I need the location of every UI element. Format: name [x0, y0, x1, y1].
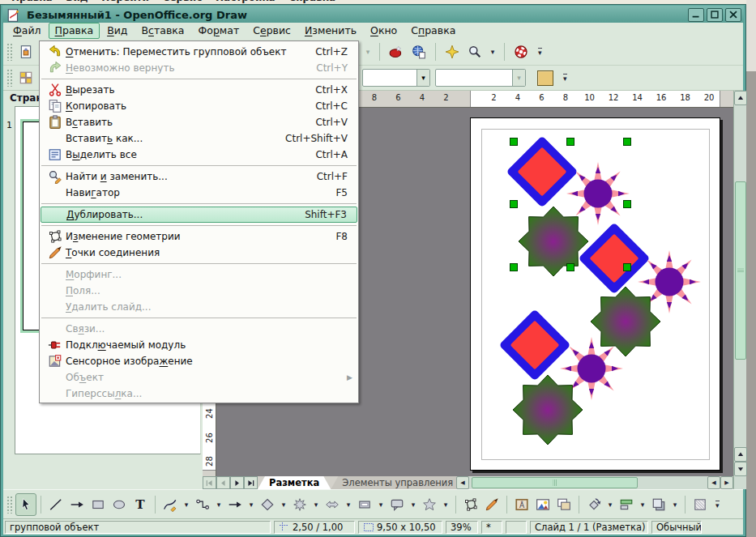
flowchart-button[interactable] — [354, 493, 375, 516]
cursor-position[interactable]: 2,50 / 1,00 — [274, 521, 355, 534]
menu-item-morph[interactable]: Морфинг... — [41, 266, 357, 283]
menubar-item-format[interactable]: Формат — [191, 23, 246, 39]
menubar-item-file[interactable]: Файл — [6, 23, 48, 39]
help-button[interactable] — [510, 41, 532, 62]
line-width-combo[interactable]: ▾ — [435, 69, 526, 87]
dropdown-arrow-icon[interactable]: ▾ — [215, 501, 223, 509]
alignment-button[interactable] — [616, 493, 637, 516]
slide-info[interactable]: Слайд 1 / 1 (Разметка) — [530, 521, 648, 534]
selection-handle[interactable] — [567, 264, 574, 271]
select-button[interactable] — [15, 493, 36, 516]
shape-pink-star-1[interactable] — [566, 162, 630, 225]
dropdown-arrow-icon[interactable]: ▾ — [639, 501, 647, 509]
dropdown-arrow-icon[interactable]: ▾ — [416, 70, 429, 86]
menubar-item-view[interactable]: Вид — [100, 23, 134, 39]
selection-handle[interactable] — [624, 201, 631, 208]
dropdown-arrow-icon[interactable]: ▾ — [312, 501, 320, 509]
toolbar-grip[interactable] — [6, 496, 13, 514]
object-size[interactable]: 9,50 x 10,50 — [358, 521, 442, 534]
menubar-item-modify[interactable]: Изменить — [298, 23, 363, 39]
menubar-item-window[interactable]: Окно — [364, 23, 404, 39]
zoom-level[interactable]: 39% — [446, 521, 478, 534]
menu-item-undo[interactable]: Отменить: Переместить групповой объектCt… — [41, 44, 357, 60]
stars-button[interactable] — [419, 493, 440, 516]
dropdown-arrow-icon[interactable]: ▾ — [409, 501, 417, 509]
lines-arrows-button[interactable] — [224, 493, 246, 516]
dropdown-arrow-icon[interactable]: ▾ — [606, 501, 614, 509]
shape-green-star-2[interactable] — [591, 287, 660, 356]
line-style-combo[interactable]: ▾ — [362, 69, 430, 87]
scroll-up-button[interactable] — [734, 91, 747, 105]
selection-handle[interactable] — [624, 139, 631, 146]
menu-item-hyperlink[interactable]: Гиперссылка... — [41, 386, 357, 402]
menu-item-object[interactable]: Объект▶ — [41, 369, 357, 386]
scroll-right-button[interactable]: ▶ — [720, 476, 733, 489]
dropdown-arrow-icon[interactable]: ▾ — [344, 501, 352, 509]
fontwork-gallery-button[interactable]: Â — [511, 493, 532, 516]
shape-green-star-1[interactable] — [519, 207, 588, 276]
last-page-button[interactable] — [244, 476, 258, 489]
shape-green-star-3[interactable] — [513, 375, 583, 445]
connector-button[interactable] — [192, 493, 213, 516]
ellipse-button[interactable] — [109, 493, 130, 516]
fill-color-swatch[interactable] — [537, 70, 553, 86]
selection-handle[interactable] — [510, 201, 518, 208]
menu-item-imagemap[interactable]: Сенсорное изображение — [41, 353, 357, 369]
line-arrow-end-button[interactable] — [66, 493, 88, 516]
menu-item-duplicate[interactable]: Дублировать...Shift+F3 — [41, 207, 357, 223]
hscroll-track[interactable] — [469, 476, 707, 489]
menubar-item-help[interactable]: Справка — [404, 23, 462, 39]
dropdown-arrow-icon[interactable]: ▾ — [182, 501, 190, 509]
menu-item-cut[interactable]: ВырезатьCtrl+X — [41, 82, 357, 98]
scroll-left-button-2[interactable]: ◀ — [707, 476, 720, 489]
glue-points-button[interactable] — [481, 493, 502, 516]
selection-handle[interactable] — [624, 264, 631, 271]
rectangle-button[interactable] — [88, 493, 109, 516]
menubar-item-edit[interactable]: Правка — [49, 23, 100, 39]
menu-item-paste-special[interactable]: Вставить как...Ctrl+Shift+V — [41, 130, 357, 147]
shape-diamond-3[interactable] — [498, 309, 570, 381]
basic-shapes-button[interactable] — [257, 493, 278, 516]
menu-item-fields[interactable]: Поля... — [41, 283, 357, 299]
view-name[interactable]: Обычный — [651, 521, 702, 534]
gallery-button[interactable] — [386, 41, 407, 62]
curve-button[interactable] — [160, 493, 181, 516]
hyperlink-button[interactable] — [408, 41, 429, 62]
layout-grid-button[interactable] — [15, 67, 36, 88]
rotate-button[interactable] — [583, 493, 604, 516]
insert-picture-button[interactable] — [532, 493, 553, 516]
symbol-shapes-button[interactable] — [289, 493, 310, 516]
titlebar[interactable]: Безымянный1 - OpenOffice.org Draw — [2, 6, 744, 23]
menu-item-find-replace[interactable]: Найти и заменить...Ctrl+F — [41, 168, 357, 185]
dropdown-arrow-icon[interactable]: ▾ — [442, 501, 450, 509]
toolbar-more-icon[interactable]: ▾ — [563, 74, 567, 82]
horizontal-scrollbar[interactable]: ◀◀▶ — [456, 476, 733, 489]
dropdown-arrow-icon[interactable]: ▾ — [280, 501, 288, 509]
selection-handle[interactable] — [510, 139, 518, 146]
toolbar-grip[interactable] — [6, 69, 13, 87]
dropdown-arrow-icon[interactable]: ▾ — [489, 48, 497, 56]
menu-item-plugin[interactable]: Подключаемый модуль — [41, 337, 357, 353]
menubar-item-tools[interactable]: Сервис — [246, 23, 297, 39]
zoom-button[interactable] — [464, 41, 485, 62]
menu-item-delete-slide[interactable]: Удалить слайд... — [41, 299, 357, 315]
menu-item-paste[interactable]: ВставитьCtrl+V — [41, 114, 357, 130]
menu-item-navigator[interactable]: undefinedНавигаторF5 — [41, 185, 357, 201]
effects-button[interactable] — [690, 493, 711, 516]
scroll-left-button[interactable]: ◀ — [456, 476, 469, 489]
selection-handle[interactable] — [510, 264, 518, 271]
menu-item-glue-points[interactable]: Точки соединения — [41, 245, 357, 261]
layer-tab-2[interactable]: Элементы управления — [331, 476, 464, 489]
callouts-button[interactable] — [387, 493, 408, 516]
layer-tab-1[interactable]: Разметка — [258, 476, 331, 489]
dropdown-arrow-icon[interactable]: ▾ — [377, 501, 385, 509]
selection-handle[interactable] — [567, 139, 574, 146]
block-arrows-button[interactable] — [322, 493, 343, 516]
maximize-button[interactable] — [707, 8, 723, 22]
hscroll-thumb[interactable] — [472, 477, 638, 488]
menu-item-redo[interactable]: Невозможно вернутьCtrl+Y — [41, 60, 357, 76]
vertical-scrollbar[interactable] — [733, 91, 746, 489]
vscroll-thumb[interactable] — [735, 181, 746, 360]
dropdown-arrow-icon[interactable]: ▾ — [671, 501, 679, 509]
menu-item-copy[interactable]: КопироватьCtrl+C — [41, 98, 357, 114]
